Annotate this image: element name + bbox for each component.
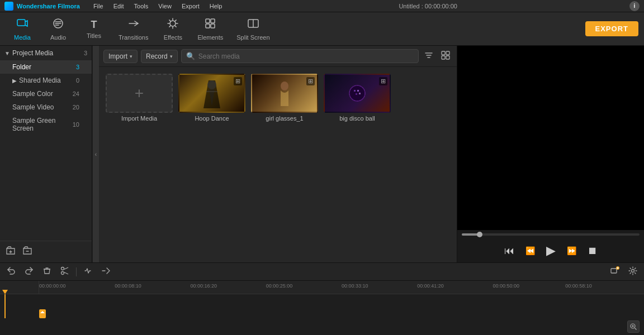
frame-back-button[interactable]: ⏪ — [525, 246, 535, 255]
girl-thumb: ⊞ — [251, 74, 318, 113]
audio-mix-button[interactable] — [81, 265, 94, 278]
search-icon: 🔍 — [186, 52, 195, 60]
main-area: ▼ Project Media 3 Folder 3 ▶ Shared Medi… — [0, 46, 644, 262]
plus-icon: + — [135, 84, 144, 102]
menu-export[interactable]: Export — [177, 2, 204, 11]
svg-rect-4 — [211, 19, 215, 23]
sample-green-label: Sample Green Screen — [12, 117, 73, 132]
girl-glasses-item[interactable]: ⊞ girl glasses_1 — [251, 74, 318, 122]
svg-rect-10 — [446, 51, 449, 55]
preview-progress[interactable] — [457, 230, 644, 239]
grid-view-icon[interactable] — [439, 50, 452, 63]
sidebar-item-sample-color[interactable]: Sample Color 24 — [0, 87, 92, 100]
toolbar-titles[interactable]: T Titles — [77, 17, 111, 41]
search-input[interactable] — [198, 52, 414, 60]
expand-icon: ⊞ — [306, 77, 315, 85]
menu-tools[interactable]: Tools — [130, 2, 153, 11]
svg-rect-6 — [211, 24, 215, 28]
menu-edit[interactable]: Edit — [109, 2, 129, 11]
hoop-label: Hoop Dance — [178, 115, 245, 122]
media-panel: Import ▾ Record ▾ 🔍 + — [99, 46, 457, 262]
menu-view[interactable]: View — [154, 2, 176, 11]
transitions-icon — [127, 17, 140, 32]
toolbar-elements[interactable]: Elements — [192, 15, 229, 43]
sample-video-label: Sample Video — [12, 103, 54, 111]
toolbar-effects[interactable]: Effects — [156, 15, 190, 43]
menu-file[interactable]: File — [89, 2, 108, 11]
preview-screen — [457, 46, 644, 230]
sidebar-collapse-btn[interactable]: ‹ — [92, 46, 99, 262]
sidebar-item-folder[interactable]: Folder 3 — [0, 60, 92, 74]
svg-point-13 — [207, 80, 216, 89]
info-icon[interactable]: i — [629, 1, 640, 11]
import-dropdown[interactable]: Import ▾ — [103, 50, 138, 63]
delete-button[interactable] — [40, 265, 54, 278]
sidebar-footer — [0, 241, 92, 262]
project-media-header[interactable]: ▼ Project Media 3 — [0, 46, 92, 60]
ruler-track: 00:00:00:00 00:00:08:10 00:00:16:20 00:0… — [39, 281, 644, 294]
record-dropdown[interactable]: Record ▾ — [141, 50, 178, 63]
expand-icon: ⊞ — [234, 77, 242, 85]
search-bar[interactable]: 🔍 — [181, 49, 419, 63]
settings-icon[interactable] — [626, 265, 640, 278]
timeline-bottom-bar — [0, 318, 644, 335]
filter-icon[interactable] — [422, 50, 435, 63]
play-button[interactable]: ▶ — [546, 243, 556, 258]
toolbar-splitscreen-label: Split Screen — [236, 34, 269, 41]
sample-color-label: Sample Color — [12, 90, 53, 98]
logo-icon — [4, 2, 13, 11]
ruler-label-2: 00:00:16:20 — [191, 283, 217, 289]
tl-separator — [76, 267, 77, 276]
cut-button[interactable] — [58, 265, 72, 278]
preview-panel: ⏮ ⏪ ▶ ⏩ ⏹ — [457, 46, 644, 262]
ruler-label-4: 00:00:33:10 — [342, 283, 368, 289]
delete-folder-icon[interactable] — [22, 246, 32, 258]
toolbar-splitscreen[interactable]: Split Screen — [231, 15, 275, 43]
progress-track[interactable] — [462, 233, 640, 236]
disco-ball-item[interactable]: ⊞ big disco ball — [324, 74, 391, 122]
audio-icon — [52, 17, 64, 32]
toolbar-media[interactable]: Media — [6, 15, 39, 43]
sidebar-item-sample-video[interactable]: Sample Video 20 — [0, 100, 92, 114]
undo-button[interactable] — [4, 265, 18, 278]
playhead-marker — [2, 290, 8, 294]
redo-button[interactable] — [22, 265, 36, 278]
export-button[interactable]: EXPORT — [585, 21, 638, 36]
svg-rect-20 — [356, 93, 357, 95]
svg-rect-9 — [442, 51, 445, 55]
import-thumb: + — [106, 74, 173, 113]
import-media-item[interactable]: + Import Media — [106, 74, 173, 122]
add-track-icon[interactable] — [608, 265, 622, 278]
hoop-dance-item[interactable]: ⊞ Hoop Dance — [178, 74, 245, 122]
svg-rect-21 — [359, 93, 361, 94]
speed-button[interactable] — [99, 265, 112, 278]
menu-help[interactable]: Help — [205, 2, 227, 11]
elements-icon — [204, 17, 216, 32]
girl-label: girl glasses_1 — [251, 115, 318, 122]
zoom-in-button[interactable] — [627, 320, 640, 333]
record-label: Record — [146, 52, 168, 60]
new-folder-icon[interactable] — [6, 246, 16, 258]
svg-point-15 — [281, 82, 288, 90]
ruler-label-7: 00:00:58:10 — [565, 283, 592, 289]
timeline-area: 00:00:00:00 00:00:08:10 00:00:16:20 00:0… — [0, 262, 644, 335]
step-back-button[interactable]: ⏮ — [504, 245, 514, 257]
toolbar-transitions[interactable]: Transitions — [113, 15, 154, 43]
svg-rect-3 — [206, 19, 210, 23]
sample-video-count: 20 — [73, 104, 79, 111]
project-media-label: Project Media — [12, 49, 53, 57]
disco-label: big disco ball — [324, 115, 391, 122]
shared-media-icon: ▶ — [12, 78, 17, 84]
sidebar: ▼ Project Media 3 Folder 3 ▶ Shared Medi… — [0, 46, 92, 262]
toolbar-elements-label: Elements — [197, 34, 223, 41]
sidebar-item-shared[interactable]: ▶ Shared Media 0 — [0, 74, 92, 87]
import-arrow-icon: ▾ — [130, 54, 132, 59]
svg-rect-0 — [17, 20, 25, 26]
stop-button[interactable]: ⏹ — [588, 245, 598, 257]
app-logo: Wondershare Filmora — [4, 2, 80, 11]
sidebar-item-sample-green[interactable]: Sample Green Screen 10 — [0, 114, 92, 135]
toolbar-media-label: Media — [14, 34, 31, 41]
ruler-label-6: 00:00:50:00 — [493, 283, 520, 289]
toolbar-audio[interactable]: Audio — [41, 15, 75, 43]
frame-forward-button[interactable]: ⏩ — [567, 246, 576, 255]
